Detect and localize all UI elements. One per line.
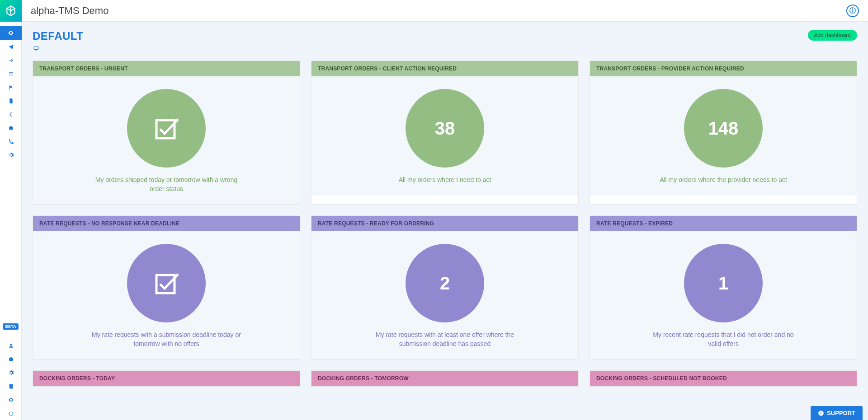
- content: DEFAULT Add dashboard TRANSPORT ORDERS -…: [22, 22, 868, 397]
- gear-icon: [8, 152, 14, 158]
- card-header: DOCKING ORDERS - SCHEDULED NOT BOOKED: [590, 371, 857, 386]
- dashboard-card[interactable]: RATE REQUESTS - EXPIRED 1 My recent rate…: [590, 215, 857, 359]
- sidebar-item-list[interactable]: [0, 67, 22, 80]
- gear-icon: [8, 370, 14, 376]
- power-icon: [8, 411, 14, 416]
- sidebar-item-send[interactable]: [0, 40, 22, 53]
- card-header: DOCKING ORDERS - TODAY: [33, 371, 300, 386]
- sidebar-item-phone[interactable]: [0, 135, 22, 148]
- card-description: My recent rate requests that I did not o…: [646, 331, 800, 348]
- book-icon: [8, 383, 14, 389]
- dashboard-card[interactable]: RATE REQUESTS - READY FOR ORDERING 2 My …: [311, 215, 579, 359]
- eye-icon: [8, 397, 14, 403]
- card-circle: 1: [684, 244, 763, 322]
- card-circle: [127, 244, 206, 322]
- card-circle: 2: [406, 244, 484, 322]
- flag-icon: [8, 84, 14, 90]
- arrow-right-icon: [8, 57, 14, 63]
- eye-icon: [8, 30, 14, 36]
- user-icon: [8, 343, 14, 349]
- sidebar-nav-bottom: [0, 339, 21, 420]
- sidebar-item-book[interactable]: [0, 379, 22, 393]
- card-header: RATE REQUESTS - READY FOR ORDERING: [311, 216, 578, 231]
- svg-rect-1: [156, 120, 175, 138]
- card-header: TRANSPORT ORDERS - CLIENT ACTION REQUIRE…: [311, 61, 578, 76]
- paper-plane-icon: [8, 44, 14, 50]
- sidebar-nav-top: [0, 26, 21, 162]
- card-header: TRANSPORT ORDERS - PROVIDER ACTION REQUI…: [590, 61, 857, 76]
- briefcase-icon: [8, 125, 14, 131]
- sidebar-item-user[interactable]: [0, 339, 22, 352]
- main: alpha-TMS Demo ⓘ DEFAULT Add dashboard T…: [22, 0, 868, 420]
- dashboard-card[interactable]: RATE REQUESTS - NO RESPONSE NEAR DEADLIN…: [33, 215, 300, 359]
- card-circle: [127, 89, 206, 168]
- sidebar-item-arrow[interactable]: [0, 53, 22, 67]
- dashboard-card[interactable]: TRANSPORT ORDERS - URGENT My orders ship…: [33, 61, 300, 205]
- card-header: RATE REQUESTS - NO RESPONSE NEAR DEADLIN…: [33, 216, 300, 231]
- card-description: My rate requests with at least one offer…: [368, 331, 522, 348]
- dashboard-card[interactable]: DOCKING ORDERS - TOMORROW: [311, 370, 579, 387]
- sidebar-item-euro[interactable]: [0, 107, 22, 121]
- card-value: 38: [435, 118, 455, 139]
- info-circle-icon: i: [818, 410, 824, 416]
- phone-icon: [8, 139, 14, 145]
- card-header: TRANSPORT ORDERS - URGENT: [33, 61, 300, 76]
- card-description: My rate requests with a submission deadl…: [90, 331, 243, 348]
- card-value: 1: [718, 273, 728, 294]
- add-dashboard-button[interactable]: Add dashboard: [808, 30, 857, 41]
- card-value: 148: [708, 118, 739, 139]
- sidebar-item-gear2[interactable]: [0, 366, 22, 379]
- sidebar-item-eye2[interactable]: [0, 393, 22, 406]
- info-icon: ⓘ: [849, 7, 856, 15]
- svg-rect-2: [156, 275, 175, 293]
- card-circle: 38: [406, 89, 484, 168]
- dashboard-card[interactable]: DOCKING ORDERS - SCHEDULED NOT BOOKED: [590, 370, 857, 387]
- tv-icon[interactable]: [33, 45, 83, 52]
- app-logo[interactable]: [0, 0, 22, 22]
- file-icon: [8, 98, 14, 104]
- card-header: DOCKING ORDERS - TOMORROW: [311, 371, 578, 386]
- topbar: alpha-TMS Demo ⓘ: [22, 0, 868, 22]
- sidebar-item-flag[interactable]: [0, 80, 22, 94]
- card-description: All my orders where the provider needs t…: [646, 176, 800, 185]
- cards-grid: TRANSPORT ORDERS - URGENT My orders ship…: [33, 61, 857, 387]
- dashboard-card[interactable]: DOCKING ORDERS - TODAY: [33, 370, 300, 387]
- sidebar-item-briefcase[interactable]: [0, 121, 22, 135]
- list-icon: [8, 71, 14, 77]
- card-description: My orders shipped today or tomorrow with…: [90, 176, 243, 193]
- app-title: alpha-TMS Demo: [31, 5, 108, 17]
- sidebar: BETA: [0, 0, 22, 420]
- info-button[interactable]: ⓘ: [846, 5, 859, 17]
- sidebar-item-power[interactable]: [0, 406, 22, 420]
- briefcase-icon: [8, 356, 14, 362]
- svg-rect-0: [34, 47, 38, 50]
- svg-text:i: i: [821, 411, 821, 415]
- dashboard-card[interactable]: TRANSPORT ORDERS - CLIENT ACTION REQUIRE…: [311, 61, 579, 205]
- sidebar-item-briefcase2[interactable]: [0, 352, 22, 366]
- page-header: DEFAULT Add dashboard: [33, 30, 857, 52]
- card-circle: 148: [684, 89, 763, 168]
- logo-cube-icon: [5, 5, 17, 17]
- page-title: DEFAULT: [33, 30, 83, 42]
- sidebar-item-gear[interactable]: [0, 148, 22, 162]
- euro-icon: [8, 112, 14, 117]
- beta-badge: BETA: [3, 323, 19, 330]
- support-label: SUPPORT: [827, 410, 855, 416]
- sidebar-item-dashboard[interactable]: [0, 26, 22, 40]
- dashboard-card[interactable]: TRANSPORT ORDERS - PROVIDER ACTION REQUI…: [590, 61, 857, 205]
- card-value: 2: [440, 273, 450, 294]
- card-header: RATE REQUESTS - EXPIRED: [590, 216, 857, 231]
- card-description: All my orders where I need to act: [368, 176, 522, 185]
- sidebar-item-file[interactable]: [0, 94, 22, 107]
- support-button[interactable]: i SUPPORT: [811, 406, 863, 420]
